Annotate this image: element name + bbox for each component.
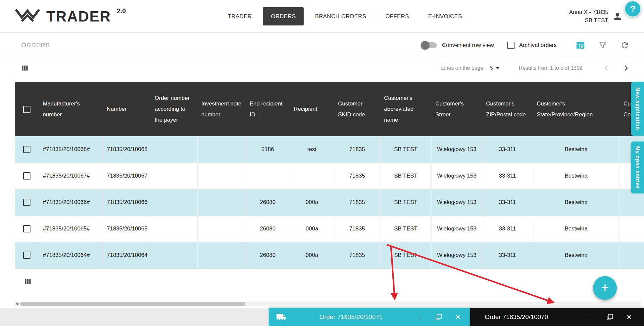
row-checkbox[interactable] bbox=[23, 199, 30, 206]
add-order-fab[interactable]: + bbox=[593, 276, 617, 300]
horizontal-scrollbar[interactable] bbox=[15, 302, 641, 306]
cell-state: Bestwina bbox=[533, 242, 619, 268]
cell-order-number-payer bbox=[151, 242, 197, 268]
close-button[interactable]: ✕ bbox=[454, 313, 462, 321]
cell-end-recipient-id bbox=[246, 163, 290, 189]
table-row[interactable]: #71835/20/10065# 71835/20/10065 26080 00… bbox=[15, 216, 644, 242]
nav-item-orders[interactable]: ORDERS bbox=[263, 7, 304, 25]
close-button[interactable]: ✕ bbox=[625, 313, 633, 321]
nav-item-e-invoices[interactable]: E-INVOICES bbox=[420, 7, 470, 25]
cell-zip: 33-311 bbox=[482, 189, 533, 216]
column-settings-icon[interactable] bbox=[21, 64, 29, 72]
cell-state: Bestwina bbox=[533, 136, 619, 163]
col-skid-code[interactable]: Customer SKID code bbox=[334, 82, 380, 136]
cell-state: Bestwina bbox=[533, 189, 619, 216]
cell-end-recipient-id: 26080 bbox=[246, 216, 290, 242]
select-all-header bbox=[15, 82, 39, 136]
row-checkbox[interactable] bbox=[23, 225, 30, 232]
cell-country bbox=[619, 216, 644, 242]
select-all-checkbox[interactable] bbox=[23, 106, 30, 113]
col-zip[interactable]: Customer's ZIP/Postal code bbox=[482, 82, 533, 136]
minimize-button[interactable]: _ bbox=[587, 313, 594, 321]
lines-per-page-value[interactable]: 5 bbox=[490, 65, 493, 71]
table-row[interactable]: #71835/20/10064# 71835/20/10064 26080 00… bbox=[15, 242, 644, 268]
brand-name: TRADER bbox=[46, 8, 111, 25]
minimize-button[interactable]: _ bbox=[416, 313, 423, 321]
cell-zip: 33-311 bbox=[482, 163, 533, 189]
brand: TRADER 2.0 bbox=[14, 0, 125, 33]
cell-investment-note bbox=[197, 163, 246, 189]
restore-button[interactable] bbox=[435, 313, 442, 321]
refresh-icon[interactable] bbox=[620, 41, 629, 50]
filter-icon[interactable] bbox=[598, 41, 607, 50]
col-investment-note[interactable]: Investment note number bbox=[197, 82, 246, 136]
archival-orders-checkbox[interactable] bbox=[507, 42, 515, 49]
results-range-text: Results from 1 to 5 of 1392 bbox=[519, 65, 582, 71]
cell-manufacturer-number: #71835/20/10067# bbox=[39, 163, 103, 189]
row-select-cell bbox=[15, 242, 39, 268]
cell-country bbox=[619, 242, 644, 268]
table-add-icon[interactable] bbox=[576, 41, 585, 50]
cell-number: 71835/20/10064 bbox=[103, 242, 151, 268]
lines-per-page-label: Lines on the page: bbox=[441, 65, 485, 71]
table-row[interactable]: #71835/20/10066# 71835/20/10066 26080 00… bbox=[15, 189, 644, 216]
cell-abbreviated-name: SB TEST bbox=[380, 216, 431, 242]
col-number[interactable]: Number bbox=[103, 82, 151, 136]
side-tab-my-open-entries[interactable]: My open entries bbox=[631, 142, 644, 193]
logo-w-icon bbox=[14, 7, 41, 26]
nav-item-branch-orders[interactable]: BRANCH ORDERS bbox=[307, 7, 374, 25]
app-header: TRADER 2.0 TRADER ORDERS BRANCH ORDERS O… bbox=[0, 0, 644, 33]
cell-abbreviated-name: SB TEST bbox=[380, 136, 431, 163]
minimized-window-10071[interactable]: Order 71835/20/10071 _ ✕ bbox=[269, 308, 470, 326]
column-settings-icon-bottom[interactable] bbox=[24, 277, 32, 286]
minimized-window-10070[interactable]: Order 71835/20/10070 _ ✕ bbox=[470, 308, 644, 326]
nav-item-offers[interactable]: OFFERS bbox=[377, 7, 417, 25]
col-state[interactable]: Customer's State/Province/Region bbox=[533, 82, 619, 136]
cell-investment-note bbox=[197, 136, 246, 163]
nav-item-trader[interactable]: TRADER bbox=[220, 7, 260, 25]
table-row[interactable]: #71835/20/10068# 71835/20/10068 5186 tes… bbox=[15, 136, 644, 163]
side-tab-new-application[interactable]: New application bbox=[631, 82, 644, 136]
col-street[interactable]: Customer's Street bbox=[431, 82, 482, 136]
help-button[interactable]: ? bbox=[624, 0, 641, 18]
account-icon[interactable] bbox=[612, 11, 623, 22]
toggle-knob bbox=[421, 41, 429, 50]
row-select-cell bbox=[15, 163, 39, 189]
user-area: Anna X - 71835 SB TEST bbox=[569, 0, 623, 33]
window-controls: _ ✕ bbox=[416, 313, 462, 321]
cell-street: Wielogłowy 153 bbox=[431, 242, 482, 268]
row-checkbox[interactable] bbox=[23, 252, 30, 259]
col-recipient[interactable]: Recipient bbox=[290, 82, 334, 136]
table-row[interactable]: #71835/20/10067# 71835/20/10067 71835 SB… bbox=[15, 163, 644, 189]
scroll-left-arrow-icon[interactable] bbox=[16, 303, 18, 305]
cell-skid-code: 71835 bbox=[334, 136, 380, 163]
row-checkbox[interactable] bbox=[23, 146, 30, 153]
user-name: Anna X - 71835 bbox=[569, 8, 608, 17]
cell-order-number-payer bbox=[151, 189, 197, 216]
restore-button[interactable] bbox=[606, 313, 614, 321]
row-checkbox[interactable] bbox=[23, 172, 30, 180]
col-manufacturer-number[interactable]: Manufacturer's number bbox=[39, 82, 103, 136]
cell-zip: 33-311 bbox=[482, 136, 533, 163]
user-company: SB TEST bbox=[569, 17, 608, 25]
chevron-down-icon[interactable] bbox=[496, 67, 500, 69]
convenient-row-view-toggle[interactable] bbox=[421, 42, 437, 48]
prev-page-button[interactable] bbox=[602, 63, 611, 73]
cell-abbreviated-name: SB TEST bbox=[380, 163, 431, 189]
row-select-cell bbox=[15, 136, 39, 163]
pagination-controls: Lines on the page: 5 Results from 1 to 5… bbox=[441, 63, 631, 73]
col-end-recipient-id[interactable]: End recipient ID bbox=[246, 82, 290, 136]
col-abbreviated-name[interactable]: Customer's abbreviated name bbox=[380, 82, 431, 136]
cell-number: 71835/20/10068 bbox=[103, 136, 151, 163]
next-page-button[interactable] bbox=[621, 63, 631, 73]
scrollbar-thumb[interactable] bbox=[20, 302, 245, 306]
cell-recipient: test bbox=[290, 136, 334, 163]
minimized-window-title: Order 71835/20/10070 bbox=[485, 313, 587, 321]
cell-manufacturer-number: #71835/20/10066# bbox=[39, 189, 103, 216]
page-controls: Convenient row view Archival orders bbox=[421, 41, 629, 50]
minimized-window-title: Order 71835/20/10071 bbox=[286, 313, 416, 321]
cell-end-recipient-id: 26080 bbox=[246, 242, 290, 268]
col-order-number-payer[interactable]: Order number according to the payer bbox=[151, 82, 197, 136]
cell-recipient: 000a bbox=[290, 189, 334, 216]
cell-investment-note bbox=[197, 242, 246, 268]
